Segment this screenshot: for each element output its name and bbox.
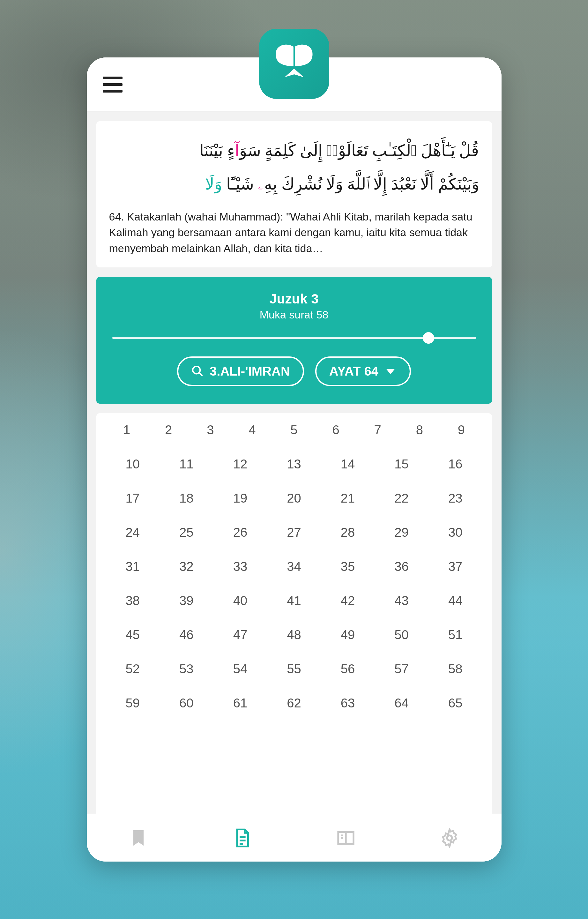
page-number-cell[interactable]: 63 bbox=[321, 696, 375, 710]
page-number-cell[interactable]: 29 bbox=[375, 525, 428, 539]
page-number-cell[interactable]: 58 bbox=[428, 662, 482, 676]
page-number-cell[interactable]: 12 bbox=[213, 457, 267, 471]
page-number-cell[interactable]: 49 bbox=[321, 628, 375, 642]
page-number-cell[interactable]: 23 bbox=[428, 491, 482, 506]
page-number-cell[interactable]: 38 bbox=[106, 594, 160, 608]
verse-translation: 64. Katakanlah (wahai Muhammad): "Wahai … bbox=[109, 209, 479, 256]
page-number-cell[interactable]: 61 bbox=[213, 696, 267, 710]
page-number-cell[interactable]: 8 bbox=[399, 423, 440, 437]
page-number-cell[interactable]: 3 bbox=[189, 423, 231, 437]
verse-card[interactable]: قُلْ يَـٰٓأَهْلَ ٱلْكِتَـٰبِ تَعَالَوْا۟… bbox=[96, 121, 492, 267]
book-open-icon bbox=[336, 828, 356, 848]
page-number-cell[interactable]: 9 bbox=[440, 423, 482, 437]
page-number-cell[interactable]: 57 bbox=[375, 662, 428, 676]
page-number-cell[interactable]: 48 bbox=[267, 628, 321, 642]
page-number-cell[interactable]: 59 bbox=[106, 696, 160, 710]
svg-point-0 bbox=[193, 366, 200, 374]
arabic-verse: قُلْ يَـٰٓأَهْلَ ٱلْكِتَـٰبِ تَعَالَوْا۟… bbox=[109, 134, 479, 201]
page-number-cell[interactable]: 2 bbox=[148, 423, 189, 437]
page-number-cell[interactable]: 15 bbox=[375, 457, 428, 471]
page-number-cell[interactable]: 36 bbox=[375, 559, 428, 574]
page-number-cell[interactable]: 32 bbox=[160, 559, 213, 574]
page-number-cell[interactable]: 1 bbox=[106, 423, 148, 437]
page-number-cell[interactable]: 35 bbox=[321, 559, 375, 574]
surah-selector-button[interactable]: 3.ALI-'IMRAN bbox=[177, 357, 304, 386]
page-number-cell[interactable]: 44 bbox=[428, 594, 482, 608]
page-number-cell[interactable]: 11 bbox=[160, 457, 213, 471]
search-icon bbox=[191, 365, 204, 378]
page-number-cell[interactable]: 55 bbox=[267, 662, 321, 676]
bookmark-icon bbox=[128, 828, 149, 848]
page-number-cell[interactable]: 39 bbox=[160, 594, 213, 608]
page-number-cell[interactable]: 14 bbox=[321, 457, 375, 471]
page-number-cell[interactable]: 24 bbox=[106, 525, 160, 539]
page-number-cell[interactable]: 19 bbox=[213, 491, 267, 506]
page-number-cell[interactable]: 64 bbox=[375, 696, 428, 710]
ayat-selector-button[interactable]: AYAT 64 bbox=[315, 357, 411, 386]
page-number-cell[interactable]: 45 bbox=[106, 628, 160, 642]
page-number-cell[interactable]: 47 bbox=[213, 628, 267, 642]
gear-icon bbox=[439, 828, 460, 848]
ayat-selector-label: AYAT 64 bbox=[329, 364, 378, 378]
page-number-cell[interactable]: 6 bbox=[315, 423, 357, 437]
page-number-cell[interactable]: 25 bbox=[160, 525, 213, 539]
page-number-cell[interactable]: 7 bbox=[357, 423, 399, 437]
page-number-cell[interactable]: 22 bbox=[375, 491, 428, 506]
page-number-cell[interactable]: 26 bbox=[213, 525, 267, 539]
page-number-cell[interactable]: 17 bbox=[106, 491, 160, 506]
page-number-cell[interactable]: 54 bbox=[213, 662, 267, 676]
page-number-cell[interactable]: 41 bbox=[267, 594, 321, 608]
page-number-cell[interactable]: 42 bbox=[321, 594, 375, 608]
page-number-cell[interactable]: 13 bbox=[267, 457, 321, 471]
page-number-cell[interactable]: 20 bbox=[267, 491, 321, 506]
page-number-cell[interactable]: 27 bbox=[267, 525, 321, 539]
page-number-cell[interactable]: 37 bbox=[428, 559, 482, 574]
page-number-cell[interactable]: 53 bbox=[160, 662, 213, 676]
page-number-cell[interactable]: 10 bbox=[106, 457, 160, 471]
page-number-cell[interactable]: 43 bbox=[375, 594, 428, 608]
tab-page[interactable] bbox=[191, 828, 294, 848]
tab-settings[interactable] bbox=[398, 828, 502, 848]
content-area: قُلْ يَـٰٓأَهْلَ ٱلْكِتَـٰبِ تَعَالَوْا۟… bbox=[87, 112, 502, 814]
page-number-cell[interactable]: 51 bbox=[428, 628, 482, 642]
navigation-panel: Juzuk 3 Muka surat 58 3.ALI-'IMRAN AYAT … bbox=[96, 277, 492, 404]
page-number-grid: 1234567891011121314151617181920212223242… bbox=[96, 413, 492, 814]
tab-bookmark[interactable] bbox=[87, 828, 191, 848]
page-number-cell[interactable]: 56 bbox=[321, 662, 375, 676]
page-number-cell[interactable]: 5 bbox=[273, 423, 315, 437]
chevron-down-icon bbox=[384, 365, 397, 378]
surah-selector-label: 3.ALI-'IMRAN bbox=[210, 364, 290, 378]
app-frame: قُلْ يَـٰٓأَهْلَ ٱلْكِتَـٰبِ تَعَالَوْا۟… bbox=[87, 57, 502, 862]
page-number-cell[interactable]: 46 bbox=[160, 628, 213, 642]
app-logo bbox=[259, 29, 329, 99]
page-number-cell[interactable]: 28 bbox=[321, 525, 375, 539]
page-label: Muka surat 58 bbox=[260, 308, 328, 321]
page-number-cell[interactable]: 30 bbox=[428, 525, 482, 539]
page-number-cell[interactable]: 33 bbox=[213, 559, 267, 574]
page-number-cell[interactable]: 18 bbox=[160, 491, 213, 506]
page-number-cell[interactable]: 60 bbox=[160, 696, 213, 710]
bottom-navigation bbox=[87, 814, 502, 862]
svg-line-1 bbox=[199, 373, 202, 376]
svg-point-9 bbox=[447, 835, 452, 840]
page-number-cell[interactable]: 52 bbox=[106, 662, 160, 676]
page-number-cell[interactable]: 31 bbox=[106, 559, 160, 574]
slider-thumb[interactable] bbox=[423, 332, 434, 344]
menu-button[interactable] bbox=[103, 77, 123, 92]
page-number-cell[interactable]: 65 bbox=[428, 696, 482, 710]
page-number-cell[interactable]: 40 bbox=[213, 594, 267, 608]
page-number-cell[interactable]: 21 bbox=[321, 491, 375, 506]
page-number-cell[interactable]: 16 bbox=[428, 457, 482, 471]
page-slider[interactable] bbox=[112, 337, 476, 339]
book-logo-icon bbox=[270, 40, 318, 88]
page-icon bbox=[232, 828, 252, 848]
page-number-cell[interactable]: 4 bbox=[231, 423, 273, 437]
page-number-cell[interactable]: 34 bbox=[267, 559, 321, 574]
tab-book[interactable] bbox=[294, 828, 398, 848]
page-number-cell[interactable]: 50 bbox=[375, 628, 428, 642]
juzuk-label: Juzuk 3 bbox=[269, 291, 318, 307]
page-number-cell[interactable]: 62 bbox=[267, 696, 321, 710]
